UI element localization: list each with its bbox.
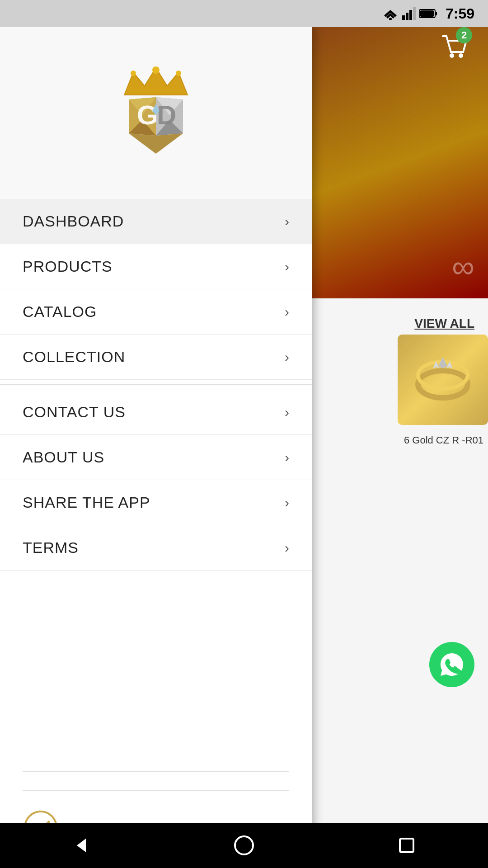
svg-rect-4 xyxy=(406,13,408,20)
svg-rect-5 xyxy=(409,10,412,20)
svg-point-20 xyxy=(131,71,136,76)
chevron-right-icon: › xyxy=(285,259,289,274)
cart-container[interactable]: 2 xyxy=(438,29,470,61)
bottom-separator xyxy=(23,771,289,772)
ring-icon xyxy=(407,344,479,416)
svg-point-2 xyxy=(389,18,392,20)
product-name: 6 Gold CZ R -R01 xyxy=(404,434,483,447)
recents-button[interactable] xyxy=(389,827,425,863)
chevron-right-icon: › xyxy=(285,405,289,420)
status-time: 7:59 xyxy=(446,5,474,22)
menu-item-catalog[interactable]: CATALOG › xyxy=(0,289,312,335)
cart-icon-wrapper[interactable]: 2 xyxy=(438,29,470,61)
battery-icon xyxy=(419,9,437,19)
svg-point-11 xyxy=(459,53,463,58)
whatsapp-icon xyxy=(438,651,465,678)
infinity-logo: ∞ xyxy=(452,249,474,285)
app-logo: G D xyxy=(84,41,228,185)
svg-rect-8 xyxy=(435,12,437,15)
chevron-right-icon: › xyxy=(285,540,289,556)
view-all-text[interactable]: VIEW ALL xyxy=(414,316,474,331)
gd-logo-svg: G D xyxy=(88,45,224,181)
svg-marker-31 xyxy=(129,133,183,154)
status-icons: 7:59 xyxy=(382,5,474,22)
menu-item-dashboard-label: DASHBOARD xyxy=(23,212,124,230)
bottom-separator-2 xyxy=(23,790,289,791)
svg-text:D: D xyxy=(157,100,176,130)
signal-icon xyxy=(402,7,416,20)
menu-item-contact-us-label: CONTACT US xyxy=(23,403,126,421)
svg-rect-3 xyxy=(402,15,405,20)
logo-area: G D xyxy=(0,27,312,199)
chevron-right-icon: › xyxy=(285,450,289,465)
svg-point-21 xyxy=(176,71,181,76)
svg-rect-37 xyxy=(400,839,413,852)
menu-item-catalog-label: CATALOG xyxy=(23,303,97,321)
bottom-navigation xyxy=(0,823,488,868)
menu-item-collection[interactable]: COLLECTION › xyxy=(0,335,312,380)
home-button[interactable] xyxy=(226,827,262,863)
menu-item-about-us[interactable]: ABOUT US › xyxy=(0,435,312,480)
home-icon xyxy=(233,834,255,857)
menu-item-terms[interactable]: TERMS › xyxy=(0,525,312,571)
menu-item-share-the-app[interactable]: SHARE THE APP › xyxy=(0,480,312,525)
menu-items: DASHBOARD › PRODUCTS › CATALOG › COLLECT… xyxy=(0,199,312,758)
whatsapp-button[interactable] xyxy=(429,642,474,687)
back-button[interactable] xyxy=(63,827,99,863)
navigation-drawer: G D DASHBOARD › PRODUCTS › CATALOG › COL xyxy=(0,27,312,868)
cart-badge: 2 xyxy=(456,27,472,43)
menu-item-about-us-label: ABOUT US xyxy=(23,448,104,466)
back-icon xyxy=(70,834,93,857)
menu-item-contact-us[interactable]: CONTACT US › xyxy=(0,390,312,435)
status-bar: 7:59 xyxy=(0,0,488,27)
svg-text:G: G xyxy=(137,100,158,130)
svg-rect-6 xyxy=(413,7,416,20)
svg-point-10 xyxy=(450,53,454,58)
svg-point-36 xyxy=(235,836,253,854)
menu-item-products[interactable]: PRODUCTS › xyxy=(0,244,312,289)
product-image xyxy=(398,335,488,425)
svg-point-19 xyxy=(152,66,160,74)
menu-item-share-the-app-label: SHARE THE APP xyxy=(23,494,150,511)
chevron-right-icon: › xyxy=(285,349,289,365)
menu-item-dashboard[interactable]: DASHBOARD › xyxy=(0,199,312,244)
menu-item-terms-label: TERMS xyxy=(23,539,79,557)
svg-marker-35 xyxy=(77,839,86,852)
menu-item-products-label: PRODUCTS xyxy=(23,258,113,275)
recents-icon xyxy=(395,834,418,857)
svg-rect-9 xyxy=(420,10,434,17)
menu-separator xyxy=(0,384,312,385)
chevron-right-icon: › xyxy=(285,495,289,510)
wifi-icon xyxy=(382,7,399,20)
menu-item-collection-label: COLLECTION xyxy=(23,348,125,366)
chevron-right-icon: › xyxy=(285,214,289,229)
chevron-right-icon: › xyxy=(285,304,289,320)
